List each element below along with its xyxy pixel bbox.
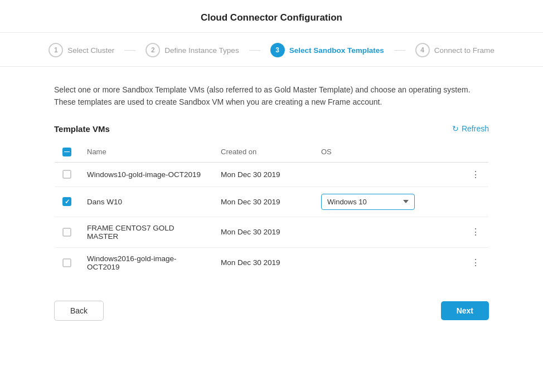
row1-os-cell: ⋮ (313, 162, 489, 187)
step-label-2: Define Instance Types (164, 46, 239, 55)
table-row: Dans W10 Mon Dec 30 2019 -- Windows 10 W… (55, 187, 489, 217)
row4-checkbox[interactable] (62, 258, 71, 267)
description-text: Select one or more Sandbox Template VMs … (54, 84, 489, 109)
footer-buttons: Back Next (54, 301, 489, 337)
step-circle-1: 1 (49, 43, 63, 57)
table-body: Windows10-gold-image-OCT2019 Mon Dec 30 … (55, 162, 489, 278)
row3-dots-menu[interactable]: ⋮ (471, 227, 481, 237)
back-button[interactable]: Back (54, 301, 104, 321)
step-circle-4: 4 (415, 43, 430, 57)
row1-checkbox[interactable] (62, 170, 71, 179)
row2-checkbox[interactable] (62, 197, 71, 206)
row3-checkbox[interactable] (62, 228, 71, 237)
table-row: Windows2016-gold-image-OCT2019 Mon Dec 3… (55, 247, 489, 278)
main-content: Select one or more Sandbox Template VMs … (54, 67, 489, 278)
step-4: 4 Connect to Frame (405, 43, 505, 57)
table-header: Name Created on OS (55, 141, 489, 162)
table-header-row: Name Created on OS (55, 141, 489, 162)
stepper: 1 Select Cluster 2 Define Instance Types… (0, 33, 543, 67)
step-2: 2 Define Instance Types (135, 43, 249, 57)
row2-checkbox-container (62, 197, 71, 206)
row2-os-select[interactable]: -- Windows 10 Windows Server 2016 CentOS… (321, 194, 415, 210)
row3-created: Mon Dec 30 2019 (213, 217, 313, 247)
step-divider-1 (124, 50, 135, 51)
step-label-3: Select Sandbox Templates (289, 46, 384, 55)
page-container: Cloud Connector Configuration 1 Select C… (0, 0, 543, 337)
section-title: Template VMs (54, 124, 110, 134)
row1-name: Windows10-gold-image-OCT2019 (79, 162, 213, 187)
step-divider-3 (394, 50, 405, 51)
table-row: FRAME CENTOS7 GOLD MASTER Mon Dec 30 201… (55, 217, 489, 247)
th-created: Created on (213, 141, 313, 162)
step-label-4: Connect to Frame (434, 46, 494, 55)
th-name: Name (79, 141, 213, 162)
row1-created: Mon Dec 30 2019 (213, 162, 313, 187)
step-divider-2 (249, 50, 260, 51)
template-table: Name Created on OS Windows10-gold-image-… (54, 141, 489, 278)
row2-checkbox-cell (55, 187, 80, 217)
step-circle-2: 2 (146, 43, 160, 57)
refresh-button[interactable]: ↻ Refresh (452, 124, 489, 133)
row4-checkbox-cell (55, 247, 80, 278)
row3-checkbox-container (62, 228, 71, 237)
header-checkbox[interactable] (62, 148, 71, 156)
table-row: Windows10-gold-image-OCT2019 Mon Dec 30 … (55, 162, 489, 187)
row2-os-container: -- Windows 10 Windows Server 2016 CentOS… (321, 194, 481, 210)
next-button[interactable]: Next (441, 301, 489, 320)
row3-os-container: ⋮ (321, 227, 481, 237)
refresh-icon: ↻ (452, 124, 459, 133)
header: Cloud Connector Configuration (0, 0, 543, 33)
row4-os-cell: ⋮ (313, 247, 489, 278)
row4-name: Windows2016-gold-image-OCT2019 (79, 247, 213, 278)
header-checkbox-container (62, 148, 71, 156)
th-os: OS (313, 141, 489, 162)
row3-os-cell: ⋮ (313, 217, 489, 247)
row1-checkbox-cell (55, 162, 80, 187)
row2-os-cell: -- Windows 10 Windows Server 2016 CentOS… (313, 187, 489, 217)
step-circle-3: 3 (270, 43, 285, 57)
row1-os-container: ⋮ (321, 169, 481, 180)
row3-checkbox-cell (55, 217, 80, 247)
row2-created: Mon Dec 30 2019 (213, 187, 313, 217)
step-1: 1 Select Cluster (38, 43, 124, 57)
row2-name: Dans W10 (79, 187, 213, 217)
row1-dots-menu[interactable]: ⋮ (471, 169, 481, 180)
row3-name: FRAME CENTOS7 GOLD MASTER (79, 217, 213, 247)
row4-dots-menu[interactable]: ⋮ (471, 257, 481, 268)
row4-os-container: ⋮ (321, 257, 481, 268)
step-3: 3 Select Sandbox Templates (260, 43, 394, 57)
th-checkbox (55, 141, 80, 162)
section-header: Template VMs ↻ Refresh (54, 124, 489, 134)
row4-checkbox-container (62, 258, 71, 267)
row4-created: Mon Dec 30 2019 (213, 247, 313, 278)
refresh-label: Refresh (462, 124, 489, 133)
page-title: Cloud Connector Configuration (201, 12, 342, 23)
step-label-1: Select Cluster (67, 46, 114, 55)
row1-checkbox-container (62, 170, 71, 179)
